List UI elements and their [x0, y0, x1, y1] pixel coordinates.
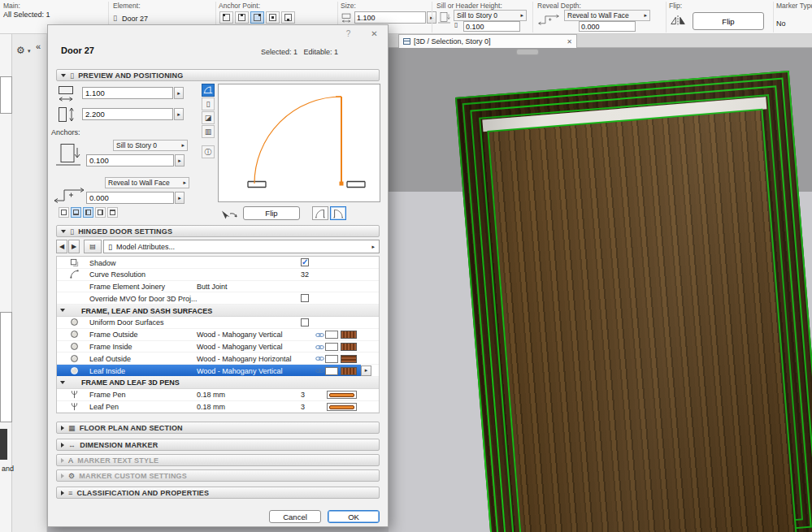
table-row-frame-pen[interactable]: Frame Pen 0.18 mm 3: [57, 389, 379, 401]
table-row-uniform-surfaces[interactable]: Uniform Door Surfaces: [57, 317, 379, 329]
sill-mode-button[interactable]: Sill to Story 0▸: [113, 140, 188, 151]
tab-3d-selection[interactable]: [3D / Selection, Story 0] ✕: [398, 34, 577, 48]
width-spinner-button[interactable]: ▸: [174, 87, 184, 99]
reveal-mode-button[interactable]: Reveal to Wall Face▸: [564, 10, 650, 21]
close-dialog-button[interactable]: ✕: [368, 29, 380, 41]
gear-icon[interactable]: ⚙: [16, 45, 25, 56]
door-height-input[interactable]: [82, 108, 173, 120]
chain-link-icon[interactable]: [315, 343, 324, 353]
collapse-panel-icon[interactable]: «: [36, 41, 41, 51]
override-mvo-checkbox[interactable]: [301, 294, 309, 302]
group-row-3d-pens[interactable]: FRAME AND LEAF 3D PENS: [57, 377, 379, 389]
pen-color-swatch[interactable]: [325, 367, 338, 375]
pen-weight-value[interactable]: 0.18 mm: [197, 391, 225, 399]
surface-value[interactable]: Wood - Mahogany Vertical: [197, 343, 282, 351]
close-tab-icon[interactable]: ✕: [567, 38, 572, 45]
section-floor-plan-and-section[interactable]: ▦ FLOOR PLAN AND SECTION: [56, 422, 380, 434]
curve-resolution-value[interactable]: 32: [301, 270, 309, 279]
anchor-point-option-5[interactable]: [281, 11, 295, 24]
material-swatch-mahogany-vertical[interactable]: [341, 331, 357, 339]
table-row-frame-inside[interactable]: Frame Inside Wood - Mahogany Vertical: [57, 341, 379, 353]
reveal-depth-input[interactable]: [579, 21, 636, 32]
anchor-toggle-4[interactable]: [95, 207, 106, 218]
size-input[interactable]: [354, 11, 426, 24]
shadow-checkbox[interactable]: [301, 258, 309, 266]
swing-direction-right-button[interactable]: [330, 206, 346, 220]
table-row-curve-resolution[interactable]: Curve Resolution 32: [57, 269, 379, 281]
table-row-frame-outside[interactable]: Frame Outside Wood - Mahogany Vertical: [57, 329, 379, 341]
preview-mode-3d[interactable]: ◪: [202, 111, 215, 124]
flip-button[interactable]: Flip: [693, 12, 764, 30]
viewport-3d[interactable]: [3D / Selection, Story 0] ✕: [389, 34, 812, 532]
pen-color-swatch[interactable]: [325, 331, 338, 339]
ok-button[interactable]: OK: [328, 510, 380, 523]
chain-link-icon[interactable]: [315, 366, 324, 377]
surface-value[interactable]: Wood - Mahogany Horizontal: [197, 355, 291, 363]
attributes-page-selector[interactable]: ▯ Model Attributes... ▸: [103, 240, 380, 253]
pen-number[interactable]: 3: [301, 391, 305, 399]
sill-height-input[interactable]: [86, 154, 174, 167]
cancel-button[interactable]: Cancel: [269, 510, 321, 523]
sill-mode-button[interactable]: Sill to Story 0▸: [454, 10, 527, 21]
chevron-right-icon: ▸: [520, 12, 523, 19]
pen-color-swatch-orange[interactable]: [327, 403, 357, 411]
pen-color-swatch[interactable]: [325, 343, 338, 351]
table-row-leaf-outside[interactable]: Leaf Outside Wood - Mahogany Horizontal: [57, 353, 379, 365]
anchor-toggle-1[interactable]: [59, 207, 69, 218]
preview-info-button[interactable]: ⓘ: [202, 145, 215, 158]
pen-number[interactable]: 3: [301, 403, 305, 411]
height-spinner-button[interactable]: ▸: [174, 108, 184, 120]
page-forward-button[interactable]: ▶: [68, 240, 80, 253]
selection-status: Selected: 1 Editable: 1: [261, 48, 338, 56]
material-swatch-mahogany-horizontal[interactable]: [341, 355, 357, 363]
section-hinged-door-settings[interactable]: ▯ HINGED DOOR SETTINGS: [56, 225, 380, 237]
table-row-frame-joinery[interactable]: Frame Element Joinery Butt Joint: [57, 281, 379, 293]
page-list-button[interactable]: ▤: [84, 240, 102, 253]
pen-color-swatch[interactable]: [325, 355, 338, 363]
anchor-point-option-4[interactable]: [266, 11, 280, 24]
page-back-button[interactable]: ◀: [56, 240, 67, 253]
surface-value[interactable]: Wood - Mahogany Vertical: [197, 367, 282, 375]
anchor-toggle-2[interactable]: [71, 207, 81, 218]
anchor-point-option-3[interactable]: [250, 11, 264, 24]
help-button[interactable]: ?: [342, 29, 354, 41]
door-icon: ▯: [70, 227, 74, 236]
table-row-leaf-inside-selected[interactable]: Leaf Inside Wood - Mahogany Vertical ▸: [57, 365, 379, 377]
uniform-surfaces-checkbox[interactable]: [301, 318, 309, 327]
row-more-button[interactable]: ▸: [361, 365, 371, 377]
sill-height-input[interactable]: [463, 21, 520, 32]
section-dimension-marker[interactable]: ↔ DIMENSION MARKER: [56, 439, 380, 451]
table-row-override-mvo[interactable]: Override MVO for Door 3D Proj...: [57, 292, 379, 305]
reveal-spinner-button[interactable]: ▸: [175, 192, 185, 204]
swing-direction-left-button[interactable]: [312, 206, 328, 220]
reveal-depth-input[interactable]: [86, 192, 174, 204]
frame-joinery-value[interactable]: Butt Joint: [197, 283, 228, 291]
table-row-shadow[interactable]: Shadow: [57, 257, 379, 269]
chain-link-icon[interactable]: [315, 354, 324, 365]
marker-type-value[interactable]: No: [776, 19, 786, 28]
material-swatch-mahogany-vertical[interactable]: [341, 343, 357, 351]
pen-color-swatch-orange[interactable]: [327, 391, 357, 399]
table-row-leaf-pen[interactable]: Leaf Pen 0.18 mm 3: [57, 401, 379, 413]
chain-link-icon[interactable]: [315, 331, 324, 341]
group-row-surfaces[interactable]: FRAME, LEAF AND SASH SURFACES: [57, 305, 379, 317]
preview-mode-floor-plan[interactable]: [202, 84, 215, 97]
reveal-mode-button[interactable]: Reveal to Wall Face▸: [105, 177, 189, 188]
dialog-title: Door 27: [61, 45, 94, 55]
section-preview-positioning[interactable]: ▯ PREVIEW AND POSITIONING: [56, 69, 380, 81]
anchor-point-option-2[interactable]: [235, 11, 249, 24]
anchor-toggle-5[interactable]: [107, 207, 118, 218]
anchor-toggle-3[interactable]: [83, 207, 93, 218]
door-width-input[interactable]: [82, 87, 173, 99]
section-classification-and-properties[interactable]: ≡ CLASSIFICATION AND PROPERTIES: [56, 487, 380, 499]
preview-mode-elevation[interactable]: ▯: [202, 97, 215, 110]
preview-mode-section[interactable]: ▥: [202, 125, 215, 138]
material-swatch-mahogany-vertical[interactable]: [341, 367, 357, 375]
anchor-point-option-1[interactable]: [219, 11, 233, 24]
element-value[interactable]: Door 27: [122, 15, 148, 23]
viewport-scroll-pill[interactable]: [516, 49, 539, 55]
pen-weight-value[interactable]: 0.18 mm: [197, 403, 225, 411]
sill-spinner-button[interactable]: ▸: [175, 154, 185, 167]
flip-button[interactable]: Flip: [243, 206, 300, 220]
surface-value[interactable]: Wood - Mahogany Vertical: [197, 331, 282, 339]
